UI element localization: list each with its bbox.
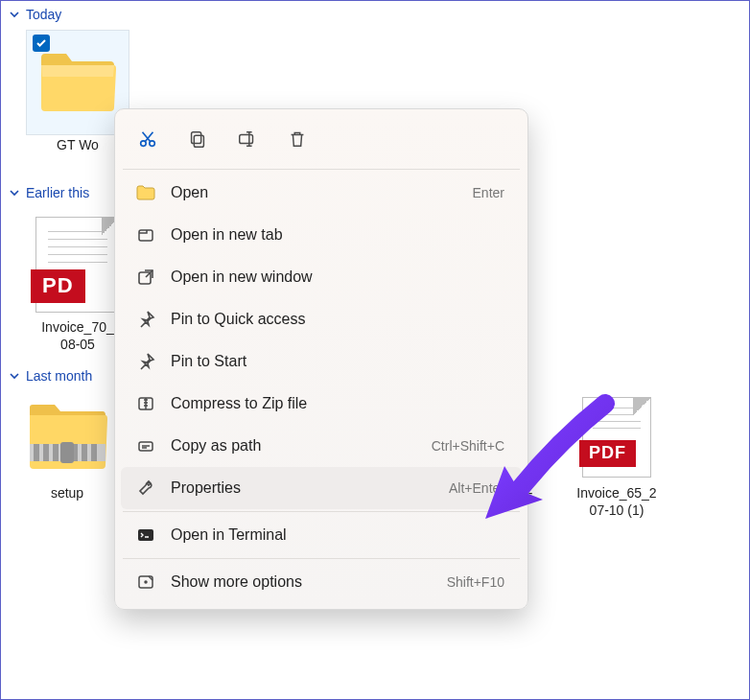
- ctx-properties[interactable]: Properties Alt+Enter: [121, 467, 522, 509]
- svg-rect-6: [82, 444, 87, 461]
- ctx-copy-as-path[interactable]: Copy as path Ctrl+Shift+C: [121, 425, 522, 467]
- pdf-badge: PDF: [579, 440, 636, 467]
- ctx-label: Open in new tab: [171, 226, 504, 244]
- new-window-icon: [134, 266, 157, 289]
- pdf-badge: PD: [31, 269, 85, 303]
- chevron-down-icon: [9, 187, 20, 198]
- ctx-label: Open in new window: [171, 268, 504, 286]
- group-last-month-label: Last month: [26, 368, 92, 384]
- ctx-shortcut: Enter: [473, 185, 504, 200]
- zip-folder-icon: [26, 402, 108, 473]
- terminal-icon: [134, 524, 157, 547]
- cut-button[interactable]: [129, 121, 167, 157]
- file-item-label: setup: [5, 485, 129, 518]
- ctx-open-new-window[interactable]: Open in new window: [121, 256, 522, 298]
- group-earlier-week-label: Earlier this: [26, 185, 89, 200]
- svg-rect-8: [60, 442, 74, 463]
- more-options-icon: [134, 571, 157, 594]
- tab-icon: [134, 223, 157, 246]
- ctx-pin-quick-access[interactable]: Pin to Quick access: [121, 298, 522, 340]
- ctx-pin-start[interactable]: Pin to Start: [121, 340, 522, 383]
- ctx-open[interactable]: Open Enter: [121, 172, 522, 214]
- svg-point-10: [150, 141, 155, 147]
- ctx-label: Compress to Zip file: [171, 395, 504, 412]
- delete-button[interactable]: [278, 121, 316, 157]
- context-menu-toolbar: [115, 115, 527, 167]
- ctx-label: Copy as path: [171, 437, 418, 455]
- svg-point-9: [141, 141, 147, 147]
- ctx-shortcut: Shift+F10: [447, 574, 504, 590]
- svg-point-20: [145, 581, 147, 583]
- group-today-header[interactable]: Today: [1, 1, 749, 26]
- svg-rect-7: [91, 444, 97, 461]
- properties-icon: [134, 477, 157, 500]
- copy-button[interactable]: [178, 121, 217, 157]
- svg-rect-13: [240, 134, 253, 143]
- ctx-label: Open: [171, 184, 459, 201]
- file-item-label: Invoice_65_2 07-10 (1): [554, 485, 679, 519]
- ctx-shortcut: Ctrl+Shift+C: [432, 438, 504, 454]
- svg-rect-2: [43, 444, 49, 461]
- zip-icon: [134, 392, 157, 415]
- copy-path-icon: [134, 434, 157, 457]
- ctx-label: Show more options: [171, 573, 434, 591]
- ctx-shortcut: Alt+Enter: [449, 480, 504, 496]
- context-menu: Open Enter Open in new tab Open in new w…: [114, 108, 528, 610]
- file-item-invoice65[interactable]: PDF Invoice_65_2 07-10 (1): [565, 391, 668, 519]
- svg-rect-11: [194, 135, 203, 147]
- folder-icon: [37, 50, 118, 115]
- ctx-show-more-options[interactable]: Show more options Shift+F10: [121, 561, 522, 603]
- svg-rect-12: [192, 132, 201, 144]
- ctx-label: Open in Terminal: [171, 526, 504, 544]
- ctx-open-new-tab[interactable]: Open in new tab: [121, 214, 522, 256]
- chevron-down-icon: [9, 9, 20, 20]
- ctx-label: Properties: [171, 479, 435, 497]
- ctx-label: Pin to Quick access: [171, 311, 504, 328]
- file-item-setup-zip[interactable]: setup: [14, 391, 120, 519]
- svg-rect-18: [138, 529, 153, 541]
- ctx-open-terminal[interactable]: Open in Terminal: [121, 514, 522, 556]
- svg-rect-3: [53, 444, 59, 461]
- pin-icon: [134, 350, 157, 373]
- rename-button[interactable]: [228, 121, 267, 157]
- svg-rect-14: [139, 230, 152, 241]
- group-today-label: Today: [26, 7, 61, 22]
- svg-rect-1: [34, 444, 39, 461]
- selection-check-icon: [33, 35, 50, 52]
- folder-small-icon: [134, 181, 157, 204]
- ctx-label: Pin to Start: [171, 353, 504, 370]
- pin-icon: [134, 308, 157, 331]
- ctx-compress-zip[interactable]: Compress to Zip file: [121, 383, 522, 425]
- chevron-down-icon: [9, 370, 20, 382]
